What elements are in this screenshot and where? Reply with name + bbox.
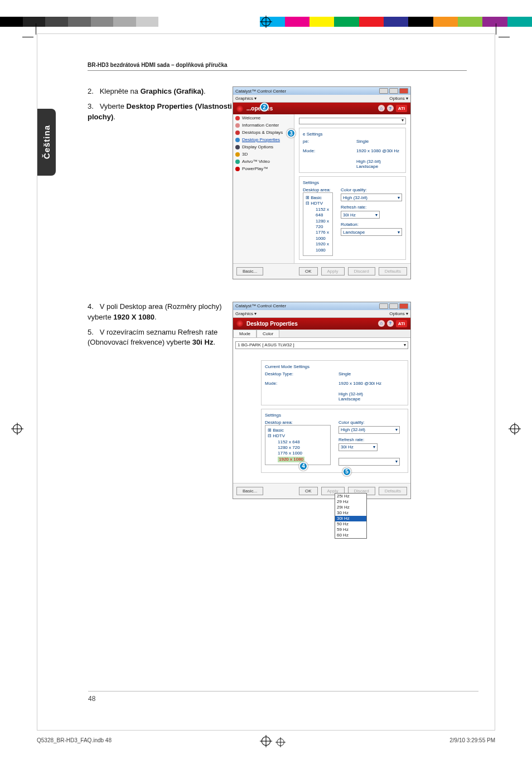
- rotation-select[interactable]: Landscape: [341, 228, 402, 236]
- footer-file: Q5328_BR-HD3_FAQ.indb 48: [37, 737, 112, 747]
- help-icon-2[interactable]: ?: [387, 320, 394, 327]
- refresh-rate-select-2[interactable]: 30i Hz: [338, 443, 378, 451]
- instruction-group-2: 4. V poli Desktop area (Rozměry plochy) …: [88, 302, 233, 352]
- step-4-number: 4.: [88, 302, 98, 312]
- sidebar-item-info[interactable]: Information Center: [233, 122, 294, 129]
- orientation-value-2: Landscape: [338, 396, 404, 402]
- win2-titlebar: Catalyst™ Control Center: [233, 302, 410, 310]
- step-4-bold: 1920 X 1080: [113, 313, 154, 321]
- defaults-button[interactable]: Defaults: [379, 267, 407, 275]
- tree-selected[interactable]: 1920 x 1080: [278, 457, 304, 462]
- desktop-area-label: Desktop area:: [303, 187, 333, 192]
- step-5-number: 5.: [88, 327, 98, 338]
- maximize-button[interactable]: [389, 88, 398, 94]
- help-icon[interactable]: ?: [387, 105, 394, 112]
- page-number: 48: [88, 691, 478, 703]
- page-content: BR-HD3 bezdrátová HDMI sada – doplňková …: [37, 33, 495, 731]
- desktop-type-value: Single: [356, 139, 402, 144]
- step-5-bold: 30i Hz: [192, 338, 214, 346]
- step-2-number: 2.: [88, 86, 98, 97]
- refresh-rate-dropdown-open[interactable]: 25i Hz 29 Hz 29i Hz 30 Hz 30i Hz 50 Hz 5…: [335, 493, 367, 539]
- step-2-pre: Klepněte na: [100, 87, 141, 95]
- screenshot-2: Catalyst™ Control Center Graphics ▾ Opti…: [233, 302, 411, 499]
- callout-4: 4: [299, 462, 308, 471]
- desktop-area-tree-2[interactable]: ⊞ Basic ⊟ HDTV 1152 x 648 1280 x 720 177…: [265, 425, 331, 465]
- sidebar-item-desktop-properties[interactable]: Desktop Properties: [233, 136, 294, 143]
- discard-button[interactable]: Discard: [348, 267, 375, 275]
- step-2-post: .: [204, 87, 206, 95]
- mode-value: 1920 x 1080 @30i Hz: [356, 148, 402, 153]
- graphics-menu-2[interactable]: Graphics ▾: [235, 311, 257, 316]
- callout-2: 2: [260, 103, 269, 112]
- display-selector[interactable]: [299, 118, 406, 124]
- basic-button-2[interactable]: Basic...: [236, 487, 263, 495]
- minimize-button-2[interactable]: [379, 303, 388, 309]
- instruction-group-1: 2. Klepněte na Graphics (Grafika). 3. Vy…: [88, 86, 233, 127]
- ok-button[interactable]: OK: [299, 267, 318, 275]
- defaults-button-2[interactable]: Defaults: [379, 487, 407, 495]
- color-quality-label: Color quality:: [341, 187, 402, 192]
- sidebar-item-desktops[interactable]: Desktops & Displays: [233, 129, 294, 136]
- current-mode-legend: e Settings: [303, 132, 402, 137]
- color-depth-value-2: High (32-bit): [338, 391, 404, 396]
- win1-content: e Settings pe: Mode: Single: [294, 114, 410, 263]
- display-selector-2[interactable]: 1 BG-PARK [ ASUS TLW32 ]: [235, 341, 408, 349]
- mode-label: Mode:: [303, 148, 349, 153]
- screenshot-1: Catalyst™ Control Center Graphics ▾ Opti…: [233, 86, 411, 279]
- desktop-area-tree[interactable]: ⊞ Basic ⊟ HDTV 1152 x 648 1280 x 720 177…: [303, 192, 333, 256]
- win2-red-header: Desktop Properties: [246, 321, 298, 327]
- home-icon[interactable]: ⌂: [378, 105, 385, 112]
- color-quality-label-2: Color quality:: [338, 420, 404, 425]
- win2-title: Catalyst™ Control Center: [235, 303, 286, 308]
- redhdr-icon: [236, 105, 243, 112]
- redhdr-icon-2: [236, 320, 243, 327]
- tab-mode[interactable]: Mode: [233, 330, 257, 337]
- win1-title: Catalyst™ Control Center: [235, 89, 286, 94]
- step-4-post: .: [154, 313, 157, 321]
- desktop-type-label-2: Desktop Type:: [265, 371, 331, 376]
- tab-color[interactable]: Color: [257, 330, 279, 337]
- close-button[interactable]: [399, 88, 408, 94]
- step-3-number: 3.: [88, 101, 98, 112]
- footer-reg-icon: [275, 737, 286, 747]
- desktop-type-value-2: Single: [338, 371, 404, 376]
- sidebar-item-avivo[interactable]: Avivo™ Video: [233, 158, 294, 165]
- footer-date: 2/9/10 3:29:55 PM: [449, 737, 495, 747]
- registration-mark-left: [11, 423, 23, 435]
- sidebar-item-display-options[interactable]: Display Options: [233, 143, 294, 151]
- mode-label-2: Mode:: [265, 381, 331, 386]
- current-mode-legend-2: Current Mode Settings: [265, 364, 404, 369]
- options-menu-2[interactable]: Options ▾: [389, 311, 408, 316]
- callout-5: 5: [342, 467, 351, 476]
- options-menu[interactable]: Options ▾: [389, 96, 408, 101]
- registration-mark-right: [509, 423, 521, 435]
- settings-legend: Settings: [303, 180, 402, 185]
- ati-logo-2: ATI: [396, 320, 407, 327]
- color-quality-select-2[interactable]: High (32-bit): [338, 426, 400, 434]
- sidebar-item-powerplay[interactable]: PowerPlay™: [233, 165, 294, 172]
- maximize-button-2[interactable]: [389, 303, 398, 309]
- color-quality-select[interactable]: High (32-bit): [341, 194, 402, 201]
- settings-legend-2: Settings: [265, 413, 404, 418]
- refresh-rate-label-2: Refresh rate:: [338, 437, 404, 442]
- refresh-rate-select[interactable]: 30i Hz: [341, 211, 380, 219]
- home-icon-2[interactable]: ⌂: [378, 320, 385, 327]
- rotation-label: Rotation:: [341, 222, 402, 227]
- desktop-type-label: pe:: [303, 139, 349, 144]
- apply-button[interactable]: Apply: [321, 267, 345, 275]
- registration-mark-top: [260, 16, 272, 28]
- minimize-button[interactable]: [379, 88, 388, 94]
- rotation-select-placeholder[interactable]: [338, 458, 400, 466]
- refresh-rate-label: Refresh rate:: [341, 205, 402, 210]
- color-depth-value: High (32-bit): [356, 159, 402, 164]
- sidebar-item-3d[interactable]: 3D: [233, 151, 294, 158]
- sidebar-item-welcome[interactable]: Welcome: [233, 114, 294, 122]
- close-button-2[interactable]: [399, 303, 408, 309]
- running-head: BR-HD3 bezdrátová HDMI sada – doplňková …: [88, 62, 467, 71]
- basic-button[interactable]: Basic...: [236, 267, 263, 275]
- graphics-menu[interactable]: Graphics ▾: [235, 96, 257, 101]
- ok-button-2[interactable]: OK: [299, 487, 318, 495]
- callout-3: 3: [287, 129, 296, 138]
- orientation-value: Landscape: [356, 164, 402, 169]
- step-3-post: .: [113, 113, 115, 121]
